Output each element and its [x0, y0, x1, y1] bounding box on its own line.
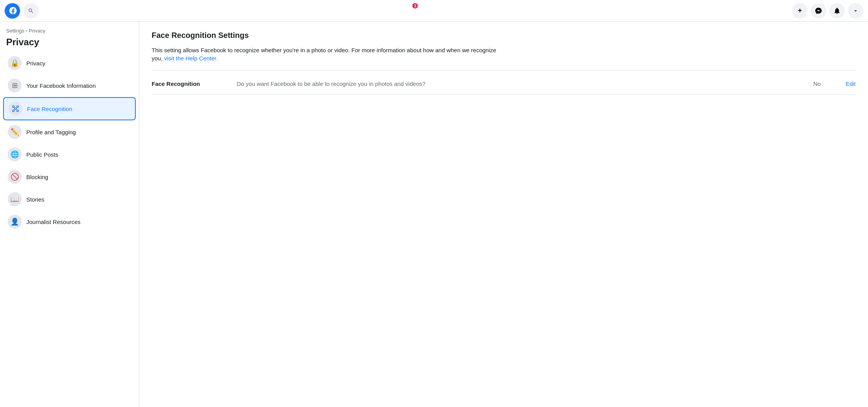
sidebar-item-label: Journalist Resources [26, 219, 80, 225]
search-button[interactable] [23, 3, 39, 19]
svg-rect-9 [17, 106, 18, 108]
page-layout: Settings › Privacy Privacy 🔒 Privacy ⊞ Y… [0, 22, 868, 407]
help-center-link[interactable]: visit the Help Center. [164, 55, 218, 62]
face-scan-icon [9, 102, 22, 116]
row-action: Edit [832, 80, 856, 87]
nav-groups[interactable] [443, 2, 462, 20]
svg-rect-11 [17, 110, 18, 111]
svg-rect-10 [13, 110, 14, 111]
lock-icon: 🔒 [8, 56, 22, 70]
svg-rect-8 [13, 106, 14, 108]
grid-icon: ⊞ [8, 79, 22, 92]
sidebar-item-label: Blocking [26, 174, 48, 180]
watch-badge: 3 [412, 2, 419, 9]
sidebar-item-label: Stories [26, 196, 44, 203]
block-icon: 🚫 [8, 170, 22, 184]
sidebar: Settings › Privacy Privacy 🔒 Privacy ⊞ Y… [0, 22, 139, 407]
breadcrumb: Settings › Privacy [3, 28, 136, 35]
sidebar-item-privacy[interactable]: 🔒 Privacy [3, 52, 136, 74]
main-content: Face Recognition Settings This setting a… [139, 22, 868, 407]
sidebar-item-stories[interactable]: 📖 Stories [3, 188, 136, 210]
sidebar-item-public-posts[interactable]: 🌐 Public Posts [3, 144, 136, 165]
sidebar-item-facebook-info[interactable]: ⊞ Your Facebook Information [3, 75, 136, 96]
journalist-icon: 👤 [8, 215, 22, 229]
svg-point-12 [15, 108, 17, 110]
row-label: Face Recognition [152, 80, 237, 87]
edit-link[interactable]: Edit [846, 80, 856, 87]
notifications-button[interactable] [829, 3, 845, 19]
nav-marketplace[interactable] [425, 2, 443, 20]
sidebar-item-journalist[interactable]: 👤 Journalist Resources [3, 211, 136, 233]
sidebar-item-blocking[interactable]: 🚫 Blocking [3, 166, 136, 188]
top-navigation: 3 + [0, 0, 868, 22]
sidebar-item-label: Profile and Tagging [26, 129, 76, 135]
nav-friends[interactable] [388, 2, 406, 20]
sidebar-item-profile-tagging[interactable]: ✏️ Profile and Tagging [3, 121, 136, 143]
sidebar-item-label: Public Posts [26, 151, 58, 158]
row-value: No [801, 80, 832, 87]
description-text: This setting allows Facebook to recogniz… [152, 46, 500, 62]
globe-icon: 🌐 [8, 147, 22, 161]
facebook-logo[interactable] [5, 3, 20, 19]
nav-home[interactable] [369, 2, 388, 20]
settings-divider [152, 70, 856, 70]
row-description: Do you want Facebook to be able to recog… [237, 80, 801, 88]
create-button[interactable]: + [792, 3, 808, 19]
sidebar-item-label: Face Recognition [27, 106, 72, 112]
page-heading: Face Recognition Settings [152, 31, 856, 40]
sidebar-title: Privacy [3, 35, 136, 52]
stories-icon: 📖 [8, 192, 22, 206]
account-menu-button[interactable] [848, 3, 863, 19]
sidebar-item-label: Privacy [26, 60, 45, 67]
tag-icon: ✏️ [8, 125, 22, 139]
messenger-button[interactable] [811, 3, 826, 19]
nav-watch[interactable]: 3 [406, 2, 425, 20]
sidebar-item-face-recognition[interactable]: Face Recognition [3, 97, 136, 120]
sidebar-item-label: Your Facebook Information [26, 82, 96, 89]
face-recognition-row: Face Recognition Do you want Facebook to… [152, 74, 856, 94]
